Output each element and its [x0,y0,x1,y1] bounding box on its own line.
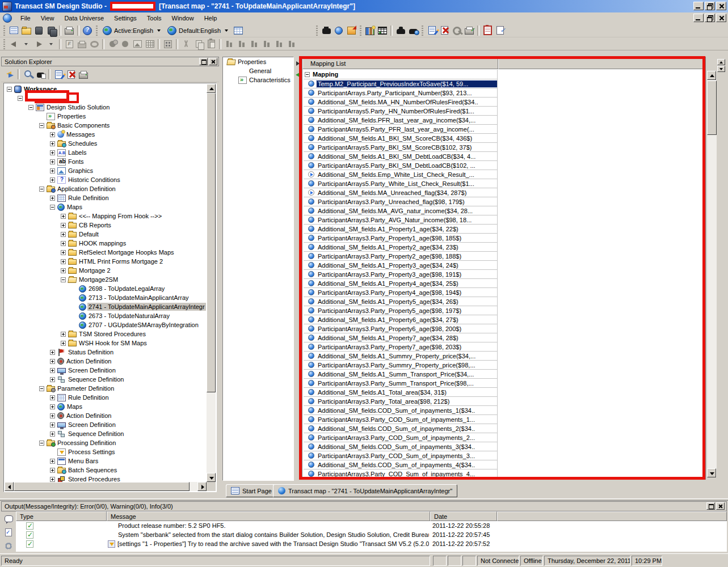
scroll-down-button[interactable] [207,473,216,482]
tree-expander[interactable] [7,87,12,92]
default-language-combo[interactable]: Default:English [166,25,230,36]
tree-item-default[interactable]: Default [5,230,207,239]
mapping-item[interactable]: Additional_SM_fields.A1_Total_area($34, … [304,388,497,397]
mapping-item[interactable]: ParticipantArrays.Party_Participant_Numb… [304,88,497,98]
mapping-item[interactable]: ParticipantArrays3.Party_COD_Sum_of_inpa… [304,415,497,424]
validate-button[interactable] [494,25,506,36]
menu-settings[interactable]: Settings [109,14,142,23]
mapping-item[interactable]: Additional_SM_fields.A1_Property5_age($3… [304,297,497,306]
align-top-button[interactable] [248,39,260,50]
tree-expander[interactable] [61,214,66,219]
open-button[interactable] [20,25,32,36]
tree-expander[interactable] [50,150,55,155]
tree-expander[interactable] [50,350,55,355]
tree-item-labels[interactable]: Labels [5,148,207,157]
tree-item-application-definition[interactable]: Application Definition [5,184,207,193]
back-button[interactable] [7,39,20,50]
close-button[interactable] [716,2,726,10]
mapping-group-row[interactable]: Mapping [304,70,497,79]
mapping-item[interactable]: ParticipantArrays3.Party_COD_Sum_of_inpa… [304,451,497,460]
forward-options-button[interactable] [45,39,57,50]
tree-expander[interactable] [50,177,55,183]
panel-splitter[interactable] [294,57,302,481]
mapping-item[interactable]: ParticipantArrays3.Party_Property3_age($… [304,270,497,279]
align-right-button[interactable] [235,39,248,50]
mapping-item[interactable]: Additional_SM_fields.MA_HN_NumberOfRules… [304,98,497,107]
same-size-button[interactable] [273,39,285,50]
mapping-item[interactable]: Additional_SM_fields.A1_Summry_Property_… [304,352,497,361]
tree-expander[interactable] [61,232,66,237]
tree-item-tsm-stored-procedures[interactable]: TSM Stored Procedures [5,329,207,338]
mapping-item[interactable]: ParticipantArrays3.Party_Property6_age($… [304,324,497,333]
mapping-item[interactable]: ParticipantArrays3.Party_COD_Sum_of_inpa… [304,469,497,479]
scroll-thumb[interactable] [707,81,717,135]
grid-button[interactable] [144,39,156,50]
tree-item-2707-ugupdatesmarraybyintegration[interactable]: 2707 - UGUpdateSMArrayByIntegration [5,320,207,329]
print-button[interactable] [63,25,75,36]
tree-expander[interactable] [61,332,66,337]
mapping-vertical-scrollbar[interactable] [707,71,717,477]
tree-item-parameter-rule-definition[interactable]: Rule Definition [5,393,207,402]
help-button[interactable] [81,25,94,36]
mapping-item[interactable]: ParticipantArrays5.Party_BKI_SM_ScoreCB(… [304,143,497,152]
tree-item-properties[interactable]: Properties [5,112,207,121]
tree-item-wsh-hook-for-sm-maps[interactable]: WSH Hook for SM Maps [5,338,207,348]
explorer-find-button[interactable] [34,69,47,80]
align-bottom-button[interactable] [260,39,273,50]
tree-item-processing-definition[interactable]: Processing Definition [5,438,207,447]
edit-record-button[interactable] [426,25,438,36]
key-button[interactable] [451,25,463,36]
mapping-item[interactable]: ParticipantArrays3.Party_Property5_age($… [304,306,497,315]
mapping-item[interactable]: ParticipantArrays3.Party_Property1_age($… [304,234,497,243]
menu-help[interactable]: Help [199,14,222,23]
tree-item-parameter-screen-definition[interactable]: Screen Definition [5,420,207,429]
spin-down-button[interactable] [717,66,725,72]
explorer-print-button[interactable] [77,69,90,80]
panel-close-button[interactable] [209,58,217,65]
tree-expander[interactable] [61,241,66,246]
mapping-item[interactable]: Additional_SM_fields.MA_AVG_natur_income… [304,206,497,215]
tree-expander[interactable] [61,277,66,282]
mapping-item[interactable]: ParticipantArrays3.Party_Property4_age($… [304,288,497,297]
document-window-icon[interactable] [3,14,12,23]
library-button[interactable] [364,25,376,36]
save-button[interactable] [32,25,45,36]
tree-item-design-studio-solution[interactable]: Design Studio Solution [5,103,207,112]
tree-item-parameter-maps[interactable]: Maps [5,402,207,411]
mapping-item[interactable]: Additional_SM_fields.Emp_White_List_Chec… [304,170,497,179]
mapping-item[interactable]: ParticipantArrays3.Party_Unreached_flag(… [304,197,497,206]
spin-up-button[interactable] [717,59,725,65]
scroll-down-button[interactable] [707,468,716,477]
tree-vertical-scrollbar[interactable] [207,84,216,482]
tab-transact-map[interactable]: Transact map - "2741 - ToUpdateMainAppli… [273,484,457,497]
tree-expander[interactable] [39,441,44,446]
refresh-button[interactable] [3,69,16,80]
tree-item-parameter-action-definition[interactable]: Action Definition [5,411,207,420]
output-close-button[interactable] [716,502,725,510]
tree-expander[interactable] [61,268,66,273]
restore-button[interactable] [705,2,715,10]
mapping-item[interactable]: ParticipantArrays5.Party_HN_NumberOfRule… [304,107,497,116]
mapping-item[interactable]: ParticipantArrays3.Party_Total_area($98,… [304,397,497,406]
mapping-item[interactable]: Additional_SM_fields.COD_Sum_of_inpaymen… [304,460,497,469]
tree-item-mortgage-2[interactable]: Mortgage 2 [5,266,207,275]
tree-item-batch-sequences[interactable]: Batch Sequences [5,466,207,475]
save-all-button[interactable] [45,25,57,36]
mapping-item[interactable]: ParticipantArrays5.Party_BKI_SM_DebtLoad… [304,161,497,170]
mapping-item[interactable]: Additional_SM_fields.A1_BKI_SM_DebtLoadC… [304,152,497,161]
tree-expander[interactable] [28,105,33,110]
settings-filter-button[interactable] [3,540,14,552]
tree-item-mapping-from-hook[interactable]: <<-- Mapping From Hook -->> [5,211,207,221]
find-button[interactable] [320,25,333,36]
tree-item-status-definition[interactable]: Status Definition [5,348,207,357]
tree-expander[interactable] [50,459,55,464]
mapping-item[interactable]: ParticipantArrays5.Party_PFR_last_year_a… [304,125,497,134]
tree-expander[interactable] [18,96,23,101]
mapping-item[interactable]: Additional_SM_fields.A1_Property1_age($3… [304,225,497,234]
properties-general[interactable]: General [223,66,293,75]
tree-expander[interactable] [39,386,44,391]
paste-button[interactable] [205,39,217,50]
table-view-button[interactable] [232,25,245,36]
tree-expander[interactable] [61,341,66,346]
object-button[interactable] [119,39,131,50]
